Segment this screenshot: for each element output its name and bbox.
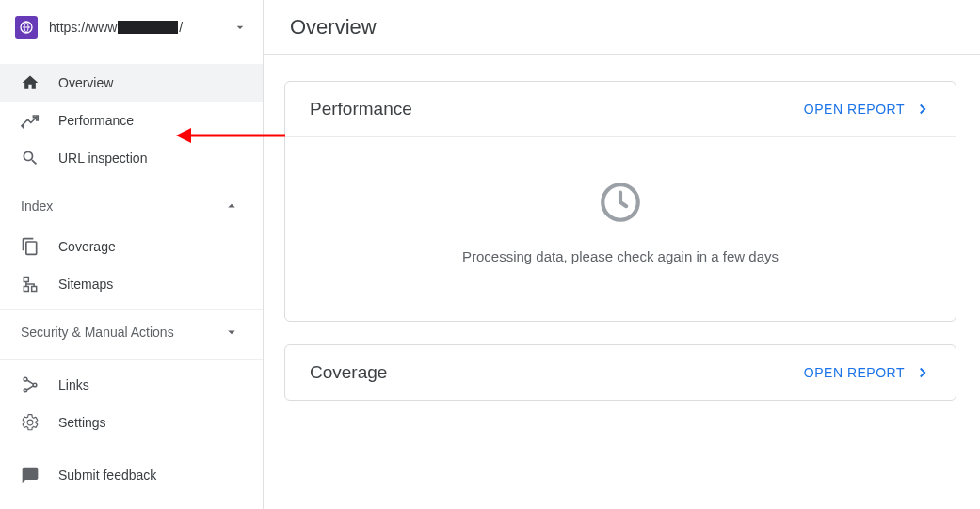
sidebar-item-label: Links	[58, 377, 89, 392]
empty-state-message: Processing data, please check again in a…	[304, 248, 937, 264]
performance-card: Performance OPEN REPORT Processing data,…	[284, 81, 956, 322]
url-redacted	[118, 21, 178, 34]
dropdown-icon	[233, 20, 248, 35]
section-label: Security & Manual Actions	[21, 325, 174, 340]
feedback-icon	[21, 466, 40, 485]
links-icon	[21, 375, 40, 394]
sidebar-item-links[interactable]: Links	[0, 366, 263, 404]
card-header: Coverage OPEN REPORT	[285, 345, 956, 400]
svg-point-5	[24, 389, 27, 392]
sidebar-item-sitemaps[interactable]: Sitemaps	[0, 265, 263, 303]
sidebar-item-url-inspection[interactable]: URL inspection	[0, 139, 263, 177]
sidebar-item-label: Overview	[58, 75, 113, 90]
open-report-button[interactable]: OPEN REPORT	[804, 101, 931, 118]
sidebar-item-label: Performance	[58, 113, 134, 128]
copy-icon	[21, 237, 40, 256]
sidebar: https://www/ Overview Performance URL in…	[0, 0, 264, 509]
sidebar-item-settings[interactable]: Settings	[0, 404, 263, 441]
sidebar-nav: Overview Performance URL inspection Inde…	[0, 55, 263, 509]
section-label: Index	[21, 199, 53, 214]
property-icon	[15, 16, 38, 39]
url-prefix: https://www	[49, 20, 117, 35]
coverage-card: Coverage OPEN REPORT	[284, 344, 956, 401]
sidebar-item-label: URL inspection	[58, 151, 147, 166]
svg-point-6	[33, 383, 37, 387]
search-icon	[21, 149, 40, 167]
sidebar-section-index[interactable]: Index	[0, 183, 263, 228]
card-body: Processing data, please check again in a…	[285, 137, 956, 321]
property-selector[interactable]: https://www/	[0, 0, 263, 55]
open-report-label: OPEN REPORT	[804, 365, 905, 380]
svg-point-4	[24, 377, 27, 381]
svg-rect-3	[32, 287, 37, 292]
chevron-down-icon	[223, 324, 240, 341]
sidebar-section-security[interactable]: Security & Manual Actions	[0, 309, 263, 354]
sidebar-item-performance[interactable]: Performance	[0, 102, 263, 139]
open-report-button[interactable]: OPEN REPORT	[804, 364, 931, 381]
open-report-label: OPEN REPORT	[804, 102, 905, 117]
main-header: Overview	[264, 0, 980, 55]
svg-rect-1	[24, 278, 28, 282]
sidebar-item-overview[interactable]: Overview	[0, 64, 263, 102]
sidebar-item-label: Sitemaps	[58, 277, 113, 292]
main-content: Overview Performance OPEN REPORT Process…	[264, 0, 980, 509]
svg-rect-2	[24, 287, 28, 292]
chevron-up-icon	[223, 198, 240, 215]
sitemap-icon	[21, 275, 40, 294]
sidebar-item-submit-feedback[interactable]: Submit feedback	[0, 456, 263, 494]
trending-up-icon	[21, 111, 40, 130]
url-suffix: /	[179, 20, 183, 35]
chevron-right-icon	[914, 101, 931, 118]
sidebar-item-label: Settings	[58, 415, 106, 430]
chevron-right-icon	[914, 364, 931, 381]
card-title: Coverage	[310, 362, 387, 383]
property-url: https://www/	[49, 20, 221, 35]
card-title: Performance	[310, 99, 412, 119]
home-icon	[21, 73, 40, 92]
clock-icon	[597, 179, 644, 226]
sidebar-item-label: Submit feedback	[58, 468, 156, 483]
sidebar-item-coverage[interactable]: Coverage	[0, 228, 263, 265]
page-title: Overview	[290, 15, 377, 40]
main-body: Performance OPEN REPORT Processing data,…	[264, 55, 980, 509]
sidebar-item-label: Coverage	[58, 239, 116, 254]
card-header: Performance OPEN REPORT	[285, 82, 956, 137]
gear-icon	[21, 413, 40, 432]
